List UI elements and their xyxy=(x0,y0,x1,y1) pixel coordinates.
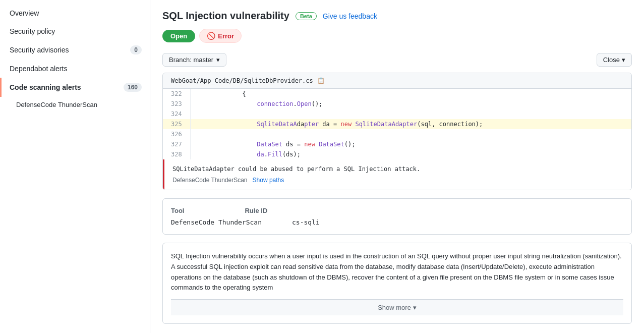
sidebar-item-overview[interactable]: Overview xyxy=(0,4,150,22)
line-number: 328 xyxy=(163,149,191,159)
sidebar-label-overview: Overview xyxy=(10,9,39,17)
alert-text: SQLiteDataAdapter could be abused to per… xyxy=(172,165,623,173)
branch-dropdown[interactable]: Branch: master ▾ xyxy=(162,53,226,67)
line-number: 322 xyxy=(163,89,191,99)
branch-row: Branch: master ▾ Close ▾ xyxy=(162,53,632,67)
tool-value: DefenseCode ThunderScan xyxy=(171,218,262,226)
close-label: Close xyxy=(603,56,620,64)
main-content: SQL Injection vulnerability Beta Give us… xyxy=(150,0,644,333)
line-content: DataSet ds = new DataSet(); xyxy=(191,139,364,149)
sidebar-label-security-advisories: Security advisories xyxy=(10,46,69,54)
line-content: { xyxy=(191,89,254,99)
code-line: 324 xyxy=(163,109,631,119)
code-line: 325 SqliteDataAdapter da = new SqliteDat… xyxy=(163,119,631,129)
show-more-button[interactable]: Show more ▾ xyxy=(171,299,623,315)
branch-label: Branch: master xyxy=(169,56,213,64)
line-content: SqliteDataAdapter da = new SqliteDataAda… xyxy=(191,119,491,129)
sidebar-label-security-policy: Security policy xyxy=(10,27,55,35)
alert-tool: DefenseCode ThunderScan xyxy=(172,177,248,184)
line-number: 326 xyxy=(163,129,191,139)
line-number: 323 xyxy=(163,99,191,109)
open-button[interactable]: Open xyxy=(162,30,195,42)
description-box: SQL Injection vulnerability occurs when … xyxy=(162,243,632,324)
error-button[interactable]: 🚫 Error xyxy=(199,29,242,43)
info-table: Tool Rule ID DefenseCode ThunderScan cs-… xyxy=(162,198,632,235)
code-line: 322 { xyxy=(163,89,631,99)
page-title: SQL Injection vulnerability xyxy=(162,10,289,22)
status-row: Open 🚫 Error xyxy=(162,29,632,43)
info-table-header: Tool Rule ID xyxy=(171,207,623,214)
alert-meta: DefenseCode ThunderScan Show paths xyxy=(172,177,623,184)
close-button[interactable]: Close ▾ xyxy=(597,53,632,67)
code-line: 326 xyxy=(163,129,631,139)
code-body: 322 {323 connection.Open();324325 Sqlite… xyxy=(163,89,631,159)
sidebar-item-security-advisories[interactable]: Security advisories0 xyxy=(0,40,150,60)
tool-header: Tool xyxy=(171,207,184,214)
sidebar-item-defensecode-thunderscan[interactable]: DefenseCode ThunderScan xyxy=(0,97,150,113)
copy-icon[interactable]: 📋 xyxy=(317,77,325,84)
line-number: 324 xyxy=(163,109,191,119)
filepath-text: WebGoat/App_Code/DB/SqliteDbProvider.cs xyxy=(171,77,313,84)
sidebar-label-code-scanning-alerts: Code scanning alerts xyxy=(10,83,81,91)
line-content xyxy=(191,129,207,139)
sidebar-item-code-scanning-alerts[interactable]: Code scanning alerts160 xyxy=(0,78,150,97)
page-header: SQL Injection vulnerability Beta Give us… xyxy=(162,10,632,22)
chevron-down-icon-close: ▾ xyxy=(622,56,625,64)
line-content: da.Fill(ds); xyxy=(191,149,309,159)
code-alert: SQLiteDataAdapter could be abused to per… xyxy=(163,159,631,190)
rule-id-header: Rule ID xyxy=(245,207,267,214)
chevron-down-icon: ▾ xyxy=(216,56,220,64)
info-table-values: DefenseCode ThunderScan cs-sqli xyxy=(171,218,623,226)
sidebar-item-dependabot-alerts[interactable]: Dependabot alerts xyxy=(0,60,150,78)
show-more-label: Show more xyxy=(378,304,411,311)
sidebar-item-security-policy[interactable]: Security policy xyxy=(0,22,150,40)
line-number: 325 xyxy=(163,119,191,129)
code-filepath: WebGoat/App_Code/DB/SqliteDbProvider.cs … xyxy=(163,73,631,89)
badge-security-advisories: 0 xyxy=(130,45,142,54)
code-line: 323 connection.Open(); xyxy=(163,99,631,109)
description-text: SQL Injection vulnerability occurs when … xyxy=(171,251,623,293)
rule-id-value: cs-sqli xyxy=(292,218,320,226)
badge-code-scanning-alerts: 160 xyxy=(124,83,142,92)
feedback-link[interactable]: Give us feedback xyxy=(323,12,377,20)
line-content xyxy=(191,109,207,119)
chevron-down-icon-more: ▾ xyxy=(413,304,417,311)
line-content: connection.Open(); xyxy=(191,99,331,109)
line-number: 327 xyxy=(163,139,191,149)
beta-badge: Beta xyxy=(296,12,317,20)
error-label: Error xyxy=(218,32,234,40)
code-line: 327 DataSet ds = new DataSet(); xyxy=(163,139,631,149)
sidebar-label-dependabot-alerts: Dependabot alerts xyxy=(10,65,67,73)
error-icon: 🚫 xyxy=(207,32,215,40)
code-line: 328 da.Fill(ds); xyxy=(163,149,631,159)
sidebar: OverviewSecurity policySecurity advisori… xyxy=(0,0,150,333)
show-paths-link[interactable]: Show paths xyxy=(253,177,284,184)
code-panel: WebGoat/App_Code/DB/SqliteDbProvider.cs … xyxy=(162,73,632,190)
